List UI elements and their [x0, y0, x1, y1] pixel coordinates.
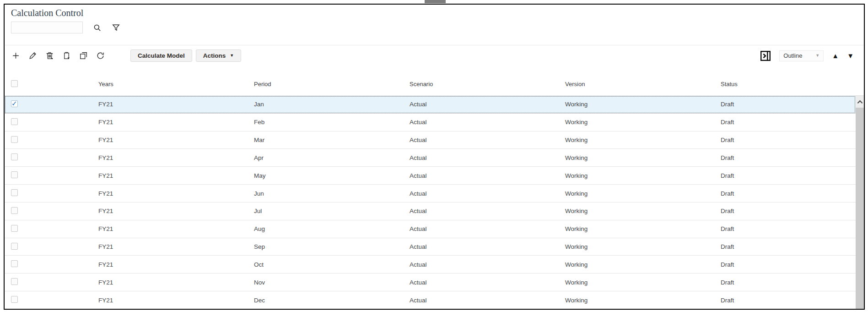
view-mode-value: Outline [783, 52, 802, 59]
table-row[interactable]: FY21 Sep Actual Working Draft [5, 238, 856, 256]
row-checkbox[interactable] [11, 243, 18, 250]
cell-scenario: Actual [410, 243, 565, 250]
column-header-years: Years [98, 81, 254, 88]
cell-period: May [254, 172, 410, 179]
table-row[interactable]: FY21 Apr Actual Working Draft [5, 149, 856, 167]
cell-status: Draft [721, 119, 856, 126]
cell-status: Draft [721, 261, 856, 268]
search-icon [93, 23, 102, 32]
cell-period: Jun [254, 190, 410, 197]
cell-scenario: Actual [410, 172, 565, 179]
move-up-button[interactable]: ▲ [832, 52, 839, 59]
view-mode-dropdown[interactable]: Outline ▼ [779, 50, 824, 61]
table-row[interactable]: FY21 Feb Actual Working Draft [5, 114, 856, 131]
table-row[interactable]: FY21 Dec Actual Working Draft [5, 291, 856, 309]
cell-years: FY21 [98, 101, 254, 108]
cell-scenario: Actual [410, 297, 565, 304]
search-button[interactable] [93, 23, 102, 32]
cell-status: Draft [721, 208, 856, 214]
clipboard-icon [62, 51, 71, 60]
cell-years: FY21 [98, 261, 254, 268]
window-drag-notch [425, 0, 446, 3]
screenshot-root: Calculation Control [0, 0, 868, 312]
cell-period: Feb [254, 119, 410, 126]
row-checkbox[interactable] [11, 207, 18, 214]
scroll-up-button[interactable] [856, 96, 864, 108]
table-body: FY21 Jan Actual Working Draft FY21 Feb A… [5, 96, 856, 309]
column-header-period: Period [254, 81, 410, 88]
move-down-button[interactable]: ▼ [847, 52, 854, 59]
select-all-checkbox[interactable] [11, 80, 18, 87]
cell-version: Working [565, 208, 721, 214]
row-checkbox[interactable] [11, 171, 18, 178]
table-row[interactable]: FY21 Jun Actual Working Draft [5, 185, 856, 203]
cell-version: Working [565, 154, 721, 161]
cell-status: Draft [721, 279, 856, 286]
cell-status: Draft [721, 297, 856, 304]
row-checkbox[interactable] [11, 153, 18, 160]
cell-years: FY21 [98, 172, 254, 179]
table-row[interactable]: FY21 Nov Actual Working Draft [5, 274, 856, 291]
cell-period: Oct [254, 261, 410, 268]
cell-version: Working [565, 261, 721, 268]
cell-version: Working [565, 172, 721, 179]
cell-status: Draft [721, 137, 856, 143]
duplicate-button[interactable] [79, 51, 88, 60]
row-checkbox-cell [5, 100, 98, 109]
cell-version: Working [565, 225, 721, 232]
cell-period: Nov [254, 279, 410, 286]
cell-scenario: Actual [410, 261, 565, 268]
column-header-status: Status [721, 81, 864, 88]
edit-button[interactable] [28, 51, 37, 60]
row-checkbox[interactable] [11, 278, 18, 285]
row-checkbox-cell [5, 225, 98, 233]
row-checkbox-cell [5, 260, 98, 268]
column-header-version: Version [565, 81, 721, 88]
open-panel-button[interactable] [760, 50, 771, 61]
cell-scenario: Actual [410, 190, 565, 197]
row-checkbox[interactable] [11, 118, 18, 125]
row-checkbox-cell [5, 171, 98, 180]
cell-version: Working [565, 297, 721, 304]
refresh-button[interactable] [96, 51, 105, 60]
open-drawer-icon [760, 50, 771, 61]
cell-scenario: Actual [410, 137, 565, 143]
vertical-scrollbar[interactable] [856, 96, 864, 309]
cell-scenario: Actual [410, 279, 565, 286]
filter-button[interactable] [112, 23, 120, 32]
toolbar-icon-group [11, 51, 105, 60]
row-checkbox[interactable] [11, 189, 18, 196]
search-input[interactable] [11, 22, 83, 33]
cell-status: Draft [721, 154, 856, 161]
cell-scenario: Actual [410, 208, 565, 214]
cell-period: Apr [254, 154, 410, 161]
refresh-icon [96, 51, 105, 60]
table-row[interactable]: FY21 Mar Actual Working Draft [5, 131, 856, 149]
cell-version: Working [565, 243, 721, 250]
table-row[interactable]: FY21 Aug Actual Working Draft [5, 220, 856, 238]
actions-button[interactable]: Actions ▼ [196, 49, 241, 62]
table-row[interactable]: FY21 Jan Actual Working Draft [5, 96, 856, 114]
cell-scenario: Actual [410, 154, 565, 161]
cell-years: FY21 [98, 297, 254, 304]
calculate-model-button[interactable]: Calculate Model [130, 49, 192, 62]
table-row[interactable]: FY21 May Actual Working Draft [5, 167, 856, 185]
table-row[interactable]: FY21 Oct Actual Working Draft [5, 256, 856, 274]
row-checkbox[interactable] [11, 225, 18, 232]
chevron-up-icon [857, 100, 863, 104]
cell-version: Working [565, 101, 721, 108]
plus-icon [11, 51, 20, 60]
row-checkbox[interactable] [11, 136, 18, 143]
row-checkbox[interactable] [11, 100, 18, 107]
row-checkbox[interactable] [11, 296, 18, 303]
row-checkbox[interactable] [11, 260, 18, 267]
cell-period: Jul [254, 208, 410, 214]
add-button[interactable] [11, 51, 20, 60]
cell-period: Aug [254, 225, 410, 232]
delete-button[interactable] [45, 51, 54, 60]
cell-years: FY21 [98, 137, 254, 143]
toolbar: Calculate Model Actions ▼ Outlin [5, 45, 864, 66]
table-row[interactable]: FY21 Jul Actual Working Draft [5, 203, 856, 220]
paste-button[interactable] [62, 51, 71, 60]
page-title: Calculation Control [11, 7, 864, 18]
